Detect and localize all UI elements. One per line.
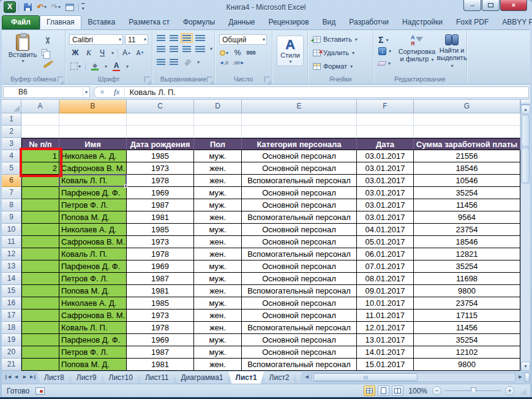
cell-D4[interactable]: муж. xyxy=(194,150,242,162)
cell-D17[interactable]: жен. xyxy=(194,310,242,322)
cell-A4[interactable]: 1 xyxy=(21,150,59,162)
cell-E21[interactable]: Вспомогательный персонал xyxy=(242,359,357,371)
copy-button[interactable]: ▾ xyxy=(41,47,51,57)
cell-A16[interactable] xyxy=(21,297,59,310)
cell-G5[interactable]: 18546 xyxy=(414,162,520,175)
cell-F14[interactable]: 08.01.2017 xyxy=(357,273,414,285)
cell-D13[interactable]: муж. xyxy=(194,260,242,273)
cell-A15[interactable] xyxy=(21,285,59,297)
cell-B12[interactable]: Коваль Л. П. xyxy=(59,248,127,260)
zoom-level[interactable]: 100% xyxy=(406,387,430,395)
align-left-button[interactable] xyxy=(157,46,165,52)
cell-G19[interactable]: 35254 xyxy=(414,334,520,346)
zoom-out-button[interactable]: − xyxy=(432,386,441,395)
cell-E11[interactable]: Основной персонал xyxy=(242,236,357,248)
cell-D3[interactable]: Пол xyxy=(194,138,242,150)
row-header-5[interactable]: 5 xyxy=(2,162,21,175)
cell-D5[interactable]: жен. xyxy=(194,162,242,175)
cell-B8[interactable]: Петров Ф. Л. xyxy=(59,199,127,211)
sheet-tab-Лист9[interactable]: Лист9 xyxy=(69,371,104,384)
cell-C17[interactable]: 1973 xyxy=(127,310,194,322)
cell-G9[interactable]: 9564 xyxy=(414,211,520,224)
cell-B21[interactable]: Попова М. Д. xyxy=(59,359,127,371)
cell-E5[interactable]: Основной персонал xyxy=(242,162,357,175)
row-header-8[interactable]: 8 xyxy=(2,199,21,211)
vertical-scroll-thumb[interactable] xyxy=(522,115,530,183)
resize-grip-icon[interactable] xyxy=(519,387,526,395)
decrease-indent-button[interactable] xyxy=(157,59,165,65)
currency-format-button[interactable]: ▾ xyxy=(219,48,229,58)
cell-A5[interactable]: 2 xyxy=(21,162,59,175)
column-header-E[interactable]: E xyxy=(242,100,357,113)
bold-button[interactable]: Ж xyxy=(70,48,80,58)
cell-F1[interactable] xyxy=(357,113,414,126)
row-header-16[interactable]: 16 xyxy=(2,297,21,310)
cell-C1[interactable] xyxy=(127,113,194,126)
cell-G8[interactable]: 11456 xyxy=(414,199,520,211)
cell-E14[interactable]: Основной персонал xyxy=(242,273,357,285)
cell-A1[interactable] xyxy=(21,113,59,126)
sheet-tab-Лист2[interactable]: Лист2 xyxy=(262,371,297,384)
align-right-button[interactable] xyxy=(182,46,191,52)
column-header-A[interactable]: A xyxy=(21,100,59,113)
row-header-6[interactable]: 6 xyxy=(2,175,21,187)
column-header-G[interactable]: G xyxy=(414,100,520,113)
cell-D6[interactable]: жен. xyxy=(194,175,242,187)
cell-G16[interactable]: 23754 xyxy=(414,297,520,310)
cell-G3[interactable]: Сумма заработной платы xyxy=(414,138,520,150)
cell-A2[interactable] xyxy=(21,126,59,138)
horizontal-scroll-thumb[interactable] xyxy=(313,373,418,381)
cell-A17[interactable] xyxy=(21,310,59,322)
cell-B3[interactable]: Имя xyxy=(59,138,127,150)
cell-E9[interactable]: Вспомогательный персонал xyxy=(242,211,357,224)
cell-C11[interactable]: 1973 xyxy=(127,236,194,248)
cell-F12[interactable]: 06.01.2017 xyxy=(357,248,414,260)
fill-button[interactable]: ↓▾ xyxy=(378,47,391,55)
cell-D2[interactable] xyxy=(194,126,242,138)
cell-G12[interactable]: 12821 xyxy=(414,248,520,260)
scroll-up-button[interactable]: ▲ xyxy=(521,105,530,114)
cell-C5[interactable]: 1973 xyxy=(127,162,194,175)
tab-Foxit PDF[interactable]: Foxit PDF xyxy=(449,15,495,29)
row-header-4[interactable]: 4 xyxy=(2,150,21,162)
autosum-button[interactable]: Σ▾ xyxy=(378,35,388,45)
cell-F8[interactable]: 03.01.2017 xyxy=(357,199,414,211)
cell-D19[interactable]: муж. xyxy=(194,334,242,346)
cell-F4[interactable]: 03.01.2017 xyxy=(357,150,414,162)
zoom-slider-thumb[interactable] xyxy=(471,387,476,394)
cut-button[interactable] xyxy=(42,36,52,45)
italic-button[interactable]: К xyxy=(84,48,94,58)
cell-F20[interactable]: 14.01.2017 xyxy=(357,346,414,359)
cell-C16[interactable]: 1985 xyxy=(127,297,194,310)
zoom-slider[interactable] xyxy=(445,390,501,391)
cell-E7[interactable]: Основной персонал xyxy=(242,187,357,199)
cell-A8[interactable] xyxy=(21,199,59,211)
row-header-15[interactable]: 15 xyxy=(2,285,21,297)
sheet-tab-Лист10[interactable]: Лист10 xyxy=(102,371,140,384)
tab-Вид[interactable]: Вид xyxy=(316,15,343,29)
increase-decimal-button[interactable]: ◄,0 xyxy=(219,60,228,66)
cell-E15[interactable]: Вспомогательный персонал xyxy=(242,285,357,297)
cell-B9[interactable]: Попова М. Д. xyxy=(59,211,127,224)
cell-G7[interactable]: 35254 xyxy=(414,187,520,199)
insert-cells-button[interactable]: ◂Вставить▾ xyxy=(313,36,358,43)
cell-G6[interactable]: 10546 xyxy=(414,175,520,187)
cell-C20[interactable]: 1987 xyxy=(127,346,194,359)
tab-Формулы[interactable]: Формулы xyxy=(176,15,222,29)
tab-Разметка ст[interactable]: Разметка ст xyxy=(122,15,176,29)
tab-Файл[interactable]: Файл xyxy=(2,15,40,29)
cell-F9[interactable]: 03.01.2017 xyxy=(357,211,414,224)
cell-G4[interactable]: 21556 xyxy=(414,150,520,162)
cell-B2[interactable] xyxy=(59,126,127,138)
cell-D14[interactable]: муж. xyxy=(194,273,242,285)
name-box[interactable]: B6▾ xyxy=(3,86,90,98)
row-header-11[interactable]: 11 xyxy=(2,236,21,248)
scroll-down-button[interactable]: ▼ xyxy=(521,362,530,371)
cell-A12[interactable] xyxy=(21,248,59,260)
row-header-21[interactable]: 21 xyxy=(2,359,21,371)
cell-E17[interactable]: Основной персонал xyxy=(242,310,357,322)
cell-A20[interactable] xyxy=(21,346,59,359)
column-header-C[interactable]: C xyxy=(127,100,194,113)
cell-D8[interactable]: муж. xyxy=(194,199,242,211)
row-header-13[interactable]: 13 xyxy=(2,260,21,273)
